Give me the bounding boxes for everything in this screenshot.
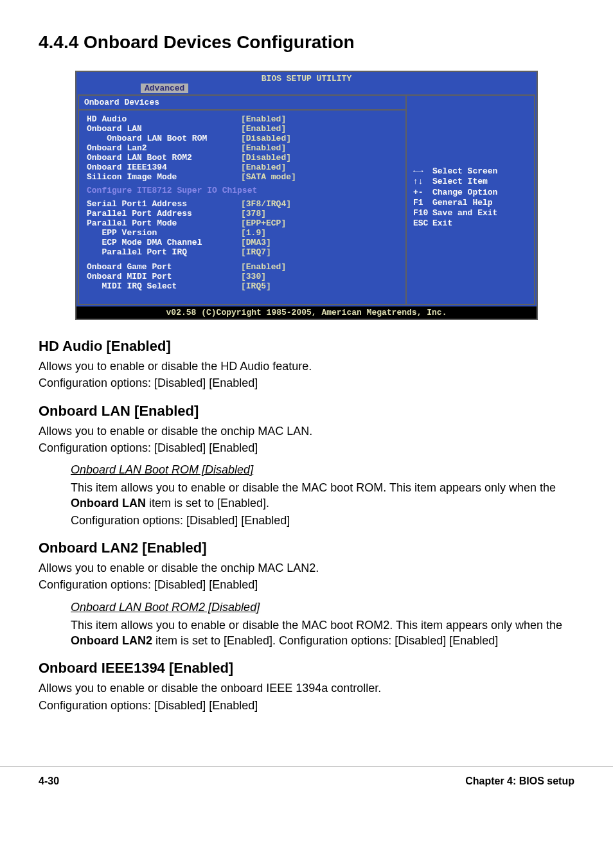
bios-row: Parallel Port Address[378] <box>87 209 398 218</box>
bios-row-label: Onboard Game Port <box>87 262 241 272</box>
esc-key-icon: ESC <box>413 218 432 229</box>
bios-row-value: [Enabled] <box>241 124 286 134</box>
bios-row-value: [Enabled] <box>241 143 286 153</box>
bios-copyright: v02.58 (C)Copyright 1985-2005, American … <box>76 306 537 319</box>
f10-key-icon: F10 <box>413 208 432 218</box>
bios-row: ECP Mode DMA Channel[DMA3] <box>87 238 398 247</box>
bios-row-value: [Enabled] <box>241 163 286 172</box>
bios-row-label: Onboard IEEE1394 <box>87 163 241 172</box>
sub-text: item is set to [Enabled]. Configuration … <box>152 634 498 647</box>
bios-row-value: [Disabled] <box>241 153 291 163</box>
bios-row-value: [Enabled] <box>241 262 286 272</box>
onboard-lan-boot-rom-options: Configuration options: [Disabled] [Enabl… <box>71 513 574 528</box>
bios-tab-bar: Advanced <box>76 84 537 93</box>
bios-help-row: +-Change Option <box>413 188 528 198</box>
onboard-ieee1394-desc: Allows you to enable or disable the onbo… <box>39 680 574 696</box>
sub-text: item is set to [Enabled]. <box>146 497 269 509</box>
bios-help-row: ESCExit <box>413 218 528 229</box>
onboard-ieee1394-heading: Onboard IEEE1394 [Enabled] <box>39 660 574 677</box>
onboard-lan-boot-rom-heading: Onboard LAN Boot ROM [Disabled] <box>71 463 574 477</box>
bios-help-text: Select Screen <box>432 166 497 177</box>
bios-row: Silicon Image Mode[SATA mode] <box>87 172 398 182</box>
bios-row: Onboard LAN Boot ROM[Disabled] <box>87 134 398 143</box>
bios-row: Onboard LAN[Enabled] <box>87 124 398 134</box>
bios-row-value: [330] <box>241 272 266 281</box>
bios-help-row: ←→Select Screen <box>413 166 528 177</box>
bios-help-text: General Help <box>432 198 493 208</box>
bios-subheading: Configure ITE8712 Super IO Chipset <box>87 186 398 195</box>
bios-row: Onboard Lan2[Enabled] <box>87 143 398 153</box>
bios-help-text: Exit <box>432 218 452 229</box>
bios-title: BIOS SETUP UTILITY <box>76 72 537 84</box>
bios-row-label: Parallel Port IRQ <box>87 247 241 257</box>
bios-help-text: Save and Exit <box>432 208 497 218</box>
arrow-left-right-icon: ←→ <box>413 166 432 177</box>
chapter-title: Chapter 4: BIOS setup <box>465 775 574 787</box>
onboard-lan-boot-rom-desc: This item allows you to enable or disabl… <box>71 480 574 511</box>
bios-tab-advanced: Advanced <box>141 84 188 93</box>
bios-row-label: Onboard MIDI Port <box>87 272 241 281</box>
bios-row-value: [EPP+ECP] <box>241 218 286 228</box>
bios-row-value: [Disabled] <box>241 134 291 143</box>
bios-row-label: EPP Version <box>87 228 241 238</box>
bios-row-value: [SATA mode] <box>241 172 296 182</box>
onboard-lan-desc: Allows you to enable or disable the onch… <box>39 423 574 439</box>
bios-row: Onboard IEEE1394[Enabled] <box>87 163 398 172</box>
bios-row: Serial Port1 Address[3F8/IRQ4] <box>87 199 398 209</box>
hd-audio-options: Configuration options: [Disabled] [Enabl… <box>39 375 574 391</box>
bios-section-label: Onboard Devices <box>79 96 405 111</box>
sub-text: This item allows you to enable or disabl… <box>71 481 556 494</box>
bios-row-label: Serial Port1 Address <box>87 199 241 209</box>
bios-row: HD Audio[Enabled] <box>87 114 398 124</box>
bios-row-value: [378] <box>241 209 266 218</box>
bios-row-label: Parallel Port Address <box>87 209 241 218</box>
onboard-lan-boot-rom2-heading: Onboard LAN Boot ROM2 [Disabled] <box>71 601 574 614</box>
arrow-up-down-icon: ↑↓ <box>413 177 432 187</box>
bios-row: Parallel Port Mode[EPP+ECP] <box>87 218 398 228</box>
f1-key-icon: F1 <box>413 198 432 208</box>
bios-help-row: F1General Help <box>413 198 528 208</box>
onboard-lan2-desc: Allows you to enable or disable the onch… <box>39 560 574 576</box>
bios-row-label: Parallel Port Mode <box>87 218 241 228</box>
sub-text: This item allows you to enable or disabl… <box>71 619 562 632</box>
hd-audio-heading: HD Audio [Enabled] <box>39 338 574 355</box>
bios-row: EPP Version[1.9] <box>87 228 398 238</box>
bios-help-row: F10Save and Exit <box>413 208 528 218</box>
bios-row-label: ECP Mode DMA Channel <box>87 238 241 247</box>
onboard-lan2-bold: Onboard LAN2 <box>71 634 152 647</box>
onboard-lan-options: Configuration options: [Disabled] [Enabl… <box>39 440 574 456</box>
onboard-lan2-options: Configuration options: [Disabled] [Enabl… <box>39 577 574 592</box>
bios-row-label: Onboard LAN Boot ROM <box>87 134 241 143</box>
onboard-ieee1394-options: Configuration options: [Disabled] [Enabl… <box>39 698 574 713</box>
onboard-lan-boot-rom2-desc: This item allows you to enable or disabl… <box>71 617 574 649</box>
bios-help-text: Select Item <box>432 177 488 187</box>
page-footer: 4-30 Chapter 4: BIOS setup <box>0 766 613 806</box>
bios-row: MIDI IRQ Select[IRQ5] <box>87 281 398 291</box>
page-number: 4-30 <box>39 775 59 787</box>
bios-row-label: HD Audio <box>87 114 241 124</box>
bios-row-label: MIDI IRQ Select <box>87 281 241 291</box>
bios-row: Onboard Game Port[Enabled] <box>87 262 398 272</box>
bios-main-panel: Onboard Devices HD Audio[Enabled] Onboar… <box>78 94 407 305</box>
section-heading: 4.4.4 Onboard Devices Configuration <box>39 32 574 53</box>
bios-row-value: [IRQ7] <box>241 247 271 257</box>
onboard-lan2-heading: Onboard LAN2 [Enabled] <box>39 540 574 556</box>
bios-row-label: Silicon Image Mode <box>87 172 241 182</box>
onboard-lan-heading: Onboard LAN [Enabled] <box>39 403 574 420</box>
onboard-lan-bold: Onboard LAN <box>71 497 146 509</box>
bios-row: Parallel Port IRQ[IRQ7] <box>87 247 398 257</box>
bios-row-label: Onboard Lan2 <box>87 143 241 153</box>
bios-row-value: [DMA3] <box>241 238 271 247</box>
bios-row: Onboard MIDI Port[330] <box>87 272 398 281</box>
bios-help-panel: ←→Select Screen ↑↓Select Item +-Change O… <box>407 94 535 305</box>
bios-screenshot: BIOS SETUP UTILITY Advanced Onboard Devi… <box>75 71 538 320</box>
bios-row-value: [1.9] <box>241 228 266 238</box>
hd-audio-desc: Allows you to enable or disable the HD A… <box>39 359 574 374</box>
bios-row: Onboard LAN Boot ROM2[Disabled] <box>87 153 398 163</box>
bios-help-text: Change Option <box>432 188 497 198</box>
bios-row-value: [3F8/IRQ4] <box>241 199 291 209</box>
bios-help-row: ↑↓Select Item <box>413 177 528 187</box>
bios-row-label: Onboard LAN Boot ROM2 <box>87 153 241 163</box>
plus-minus-icon: +- <box>413 188 432 198</box>
bios-row-value: [IRQ5] <box>241 281 271 291</box>
